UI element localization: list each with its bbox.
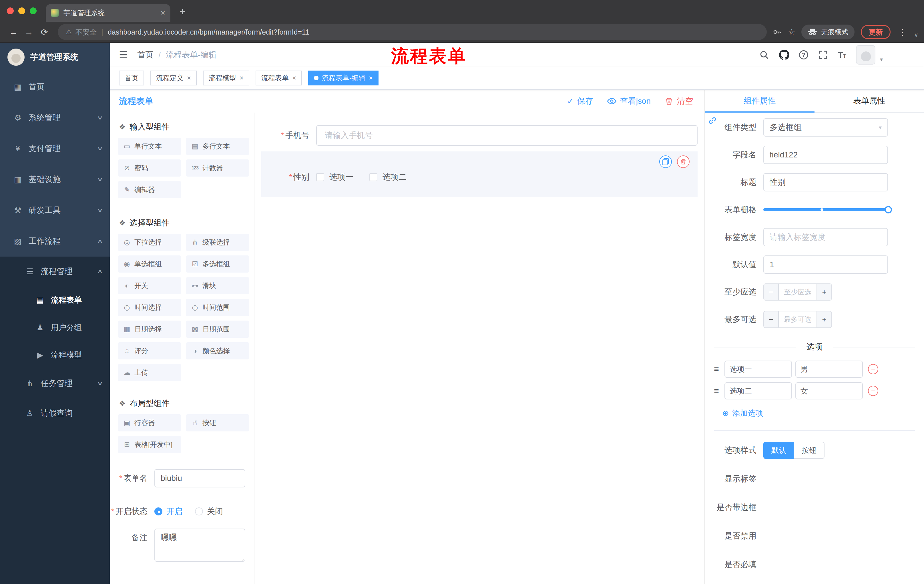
slider-track[interactable] (763, 208, 888, 211)
sidebar-logo[interactable]: 芋道管理系统 (0, 43, 110, 71)
remove-option-button[interactable]: − (868, 364, 878, 374)
palette-item-radio-group[interactable]: ◉单选框组 (118, 255, 181, 273)
palette-item-multi-line-text[interactable]: ▤多行文本 (186, 138, 249, 155)
sidebar-item-task-management[interactable]: ⋔ 任务管理 ∨ (0, 368, 110, 398)
option-name-input[interactable] (724, 382, 792, 400)
sidebar-item-process-model[interactable]: ▶ 流程模型 (0, 341, 110, 368)
fullscreen-icon[interactable] (818, 50, 828, 60)
drag-handle-icon[interactable]: ≡ (712, 364, 721, 374)
increase-button[interactable]: + (817, 284, 832, 300)
sidebar-item-payment-management[interactable]: ¥ 支付管理 ∨ (0, 133, 110, 164)
palette-item-select[interactable]: ◎下拉选择 (118, 234, 181, 251)
palette-item-slider[interactable]: ⊶滑块 (186, 277, 249, 294)
drag-handle-icon[interactable]: ≡ (712, 386, 721, 396)
palette-item-table[interactable]: ⊞表格[开发中] (118, 436, 181, 453)
bookmark-star-icon[interactable]: ☆ (788, 28, 795, 37)
palette-item-time-picker[interactable]: ◷时间选择 (118, 299, 181, 316)
grid-slider[interactable] (763, 201, 888, 219)
status-on-radio[interactable]: 开启 (154, 502, 182, 521)
tag-process-form-edit[interactable]: 流程表单-编辑 × (308, 71, 378, 86)
close-icon[interactable]: × (187, 74, 191, 81)
option-value-input[interactable] (795, 382, 863, 400)
search-icon[interactable] (759, 50, 769, 60)
tag-process-form[interactable]: 流程表单 × (256, 71, 302, 86)
palette-item-rate[interactable]: ☆评分 (118, 342, 181, 359)
palette-item-time-range-picker[interactable]: ◶时间范围 (186, 299, 249, 316)
title-input[interactable] (763, 173, 888, 191)
back-icon[interactable]: ← (6, 27, 21, 37)
style-default-button[interactable]: 默认 (763, 442, 794, 459)
default-value-input[interactable] (763, 255, 888, 274)
security-label[interactable]: 不安全 (76, 28, 97, 37)
browser-menu-icon[interactable]: ⋮ (897, 27, 908, 37)
phone-input[interactable] (316, 125, 698, 146)
save-button[interactable]: ✓ 保存 (567, 96, 593, 107)
browser-tab[interactable]: 芋道管理系统 × (46, 4, 170, 22)
palette-item-password[interactable]: ⊘密码 (118, 160, 181, 176)
status-off-radio[interactable]: 关闭 (195, 502, 223, 521)
sidebar-item-home[interactable]: ▦ 首页 (0, 71, 110, 102)
clear-button[interactable]: 清空 (664, 96, 693, 107)
help-icon[interactable]: ? (799, 50, 808, 59)
gender-option1-checkbox[interactable]: 选项一 (316, 172, 353, 183)
breadcrumb-home[interactable]: 首页 (137, 49, 153, 60)
field-gender-selected[interactable]: *性别 选项一 选项二 (261, 151, 698, 197)
copy-field-button[interactable] (659, 155, 672, 168)
palette-item-date-range-picker[interactable]: ▩日期范围 (186, 321, 249, 338)
style-button-button[interactable]: 按钮 (794, 442, 825, 459)
close-window-button[interactable] (7, 7, 14, 14)
forward-icon[interactable]: → (21, 27, 36, 37)
sidebar-item-dev-tools[interactable]: ⚒ 研发工具 ∨ (0, 195, 110, 226)
caret-down-icon[interactable]: ▾ (880, 56, 883, 63)
chevron-down-icon[interactable]: ∨ (914, 31, 918, 38)
address-bar[interactable]: ⚠ 不安全 | dashboard.yudao.iocoder.cn/bpm/m… (58, 24, 767, 40)
palette-item-editor[interactable]: ✎编辑器 (118, 181, 181, 198)
component-type-select[interactable]: 多选框组 ▾ (763, 118, 888, 137)
increase-button[interactable]: + (817, 311, 832, 327)
palette-item-cascader[interactable]: ⋔级联选择 (186, 234, 249, 251)
palette-item-counter[interactable]: 123计数器 (186, 160, 249, 176)
decrease-button[interactable]: − (764, 311, 779, 327)
new-tab-button[interactable]: + (180, 6, 186, 18)
font-size-icon[interactable]: TT (838, 50, 846, 60)
option-name-input[interactable] (724, 360, 792, 378)
minimize-window-button[interactable] (18, 7, 25, 14)
palette-item-checkbox-group[interactable]: ☑多选框组 (186, 255, 249, 273)
sidebar-item-system-management[interactable]: ⚙ 系统管理 ∨ (0, 102, 110, 133)
form-remark-textarea[interactable]: 嘿嘿 (154, 528, 245, 562)
tab-component-props[interactable]: 组件属性 (705, 90, 815, 112)
tag-process-model[interactable]: 流程模型 × (203, 71, 249, 86)
update-browser-button[interactable]: 更新 (861, 25, 891, 39)
link-icon[interactable] (707, 115, 718, 126)
sidebar-item-process-form[interactable]: ▤ 流程表单 (0, 286, 110, 314)
delete-field-button[interactable] (677, 155, 690, 168)
sidebar-item-workflow[interactable]: ▨ 工作流程 ∧ (0, 226, 110, 257)
max-select-placeholder[interactable]: 最多可选 (779, 311, 817, 327)
remove-option-button[interactable]: − (868, 386, 878, 396)
sidebar-item-infrastructure[interactable]: ▥ 基础设施 ∨ (0, 164, 110, 195)
zoom-window-button[interactable] (30, 7, 36, 14)
slider-handle[interactable] (884, 206, 892, 214)
add-option-button[interactable]: ⊕ 添加选项 (722, 408, 924, 419)
option-value-input[interactable] (795, 360, 863, 378)
close-icon[interactable]: × (369, 74, 373, 81)
sidebar-item-user-group[interactable]: ♟ 用户分组 (0, 314, 110, 341)
form-name-input[interactable] (154, 469, 245, 487)
avatar[interactable] (856, 45, 875, 64)
form-canvas[interactable]: *手机号 *性别 选项一 选项二 (254, 113, 705, 584)
gender-option2-checkbox[interactable]: 选项二 (370, 172, 406, 183)
palette-item-color-picker[interactable]: ◑颜色选择 (186, 342, 249, 359)
key-icon[interactable] (772, 28, 782, 36)
tag-process-definition[interactable]: 流程定义 × (150, 71, 197, 86)
view-json-button[interactable]: 查看json (607, 96, 651, 107)
tag-home[interactable]: 首页 (119, 71, 144, 86)
close-icon[interactable]: × (239, 74, 244, 81)
min-select-placeholder[interactable]: 至少应选 (779, 284, 817, 300)
field-name-input[interactable] (763, 146, 888, 164)
sidebar-item-leave-query[interactable]: ♙ 请假查询 (0, 398, 110, 428)
label-width-input[interactable] (763, 228, 888, 246)
palette-item-upload[interactable]: ☁上传 (118, 364, 181, 381)
palette-item-date-picker[interactable]: ▦日期选择 (118, 321, 181, 338)
palette-item-button[interactable]: ☝按钮 (186, 414, 249, 431)
field-phone[interactable]: *手机号 (261, 125, 698, 146)
